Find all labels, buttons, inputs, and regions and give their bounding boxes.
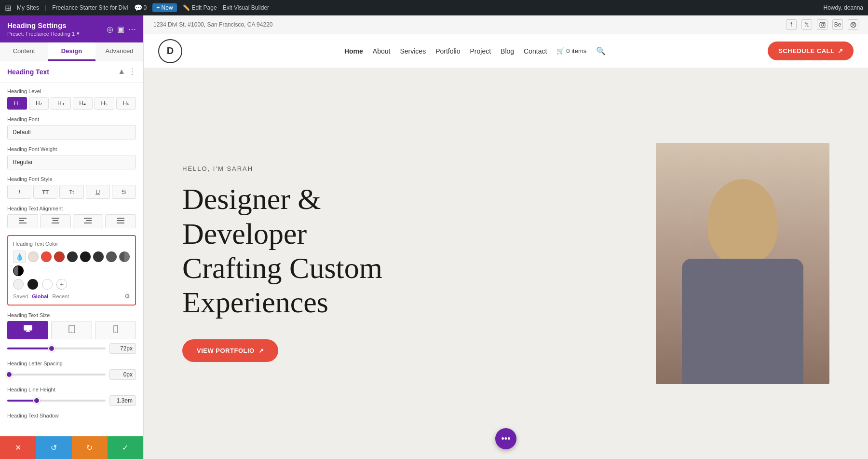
font-style-underline[interactable]: U xyxy=(86,185,110,199)
nav-portfolio[interactable]: Portfolio xyxy=(435,47,460,55)
svg-point-22 xyxy=(823,23,824,23)
heading-level-h4[interactable]: H₄ xyxy=(73,97,93,110)
align-right-icon xyxy=(84,218,92,223)
save-button[interactable]: ✓ xyxy=(108,436,143,459)
color-swatch-bottom-1[interactable] xyxy=(27,279,38,290)
svg-rect-11 xyxy=(117,223,124,223)
heading-level-h3[interactable]: H₃ xyxy=(51,97,70,110)
nav-home[interactable]: Home xyxy=(344,47,363,55)
panel-header: Heading Settings Preset: Freelance Headi… xyxy=(0,15,143,42)
reset-button[interactable]: ↺ xyxy=(36,436,71,459)
instagram-icon[interactable] xyxy=(817,19,827,30)
color-swatch-4[interactable] xyxy=(80,251,91,262)
heading-level-field: Heading Level H₁ H₂ H₃ H₄ H₅ H₆ xyxy=(7,88,136,110)
line-height-slider-row: 1.3em xyxy=(7,395,136,406)
font-style-capitalize[interactable]: Tt xyxy=(59,185,83,199)
line-height-value[interactable]: 1.3em xyxy=(109,395,136,406)
letter-spacing-slider-row: 0px xyxy=(7,369,136,380)
align-justify-btn[interactable] xyxy=(105,214,136,228)
nav-search-icon[interactable]: 🔍 xyxy=(596,46,606,56)
section-more-icon[interactable]: ⋮ xyxy=(128,67,136,76)
font-style-uppercase[interactable]: TT xyxy=(33,185,57,199)
website-preview: 1234 Divi St. #1000, San Francisco, CA 9… xyxy=(144,15,868,459)
heading-font-weight-select[interactable]: Regular xyxy=(7,155,136,169)
color-swatch-5[interactable] xyxy=(93,251,104,262)
heading-font-select[interactable]: Default xyxy=(7,125,136,139)
nav-cart[interactable]: 🛒 0 items xyxy=(556,47,586,55)
facebook-icon[interactable]: f xyxy=(786,19,797,30)
panel-preset[interactable]: Preset: Freelance Heading 1 ▾ xyxy=(7,30,80,37)
floating-action-button[interactable]: ••• xyxy=(495,428,516,449)
letter-spacing-slider-track[interactable] xyxy=(7,374,106,376)
cancel-button[interactable]: ✕ xyxy=(0,436,36,459)
hero-subtitle: HELLO, I'M SARAH xyxy=(182,165,433,172)
heading-level-h5[interactable]: H₅ xyxy=(95,97,114,110)
tab-advanced[interactable]: Advanced xyxy=(95,42,143,61)
my-sites-menu[interactable]: My Sites xyxy=(17,4,39,11)
color-swatch-bottom-0[interactable] xyxy=(13,279,24,290)
size-desktop-btn[interactable] xyxy=(7,321,48,339)
font-style-strikethrough[interactable]: S xyxy=(112,185,136,199)
heading-level-h1[interactable]: H₁ xyxy=(7,97,27,110)
tab-design[interactable]: Design xyxy=(48,42,95,61)
hero-title: Designer & Developer Crafting Custom Exp… xyxy=(182,182,433,320)
color-swatch-bottom-2[interactable] xyxy=(42,279,53,290)
panel-fullscreen-icon[interactable]: ◎ xyxy=(107,25,113,34)
new-menu[interactable]: + New xyxy=(152,3,176,12)
panel-more-icon[interactable]: ⋯ xyxy=(128,25,136,34)
letter-spacing-value[interactable]: 0px xyxy=(109,369,136,380)
svg-rect-5 xyxy=(52,223,59,223)
color-swatch-8[interactable] xyxy=(13,265,24,276)
site-name-label: Freelance Starter Site for Divi xyxy=(52,4,128,11)
color-swatch-3[interactable] xyxy=(67,251,78,262)
edit-page-link[interactable]: ✏️ Edit Page xyxy=(183,4,217,11)
color-swatch-7[interactable] xyxy=(119,251,130,262)
nav-project[interactable]: Project xyxy=(470,47,491,55)
line-height-slider-track[interactable] xyxy=(7,400,106,402)
nav-cta-button[interactable]: SCHEDULE CALL ↗ xyxy=(768,42,854,60)
wp-logo-icon[interactable]: ⊞ xyxy=(5,3,11,13)
color-eyedropper[interactable]: 💧 xyxy=(13,250,26,263)
exit-visual-builder[interactable]: Exit Visual Builder xyxy=(223,4,270,11)
section-header: Heading Text ▲ ⋮ xyxy=(0,61,143,83)
hero-content: HELLO, I'M SARAH Designer & Developer Cr… xyxy=(144,136,472,390)
align-right-btn[interactable] xyxy=(73,214,104,228)
hero-cta-button[interactable]: VIEW PORTFOLIO ↗ xyxy=(182,339,278,362)
align-left-btn[interactable] xyxy=(7,214,38,228)
color-swatch-1[interactable] xyxy=(41,251,52,262)
nav-services[interactable]: Services xyxy=(400,47,426,55)
add-color-btn[interactable]: + xyxy=(56,279,67,290)
color-tab-saved[interactable]: Saved xyxy=(13,293,28,299)
color-swatch-6[interactable] xyxy=(106,251,117,262)
size-mobile-btn[interactable] xyxy=(95,321,136,339)
site-name[interactable]: Freelance Starter Site for Divi xyxy=(52,4,128,11)
heading-level-h2[interactable]: H₂ xyxy=(29,97,49,110)
redo-button[interactable]: ↻ xyxy=(72,436,108,459)
color-tab-recent[interactable]: Recent xyxy=(52,293,69,299)
twitter-x-icon[interactable]: 𝕏 xyxy=(801,19,812,30)
nav-contact[interactable]: Contact xyxy=(524,47,547,55)
site-address-bar: 1234 Divi St. #1000, San Francisco, CA 9… xyxy=(144,15,868,34)
font-style-italic[interactable]: I xyxy=(7,185,31,199)
color-swatch-0[interactable] xyxy=(28,251,39,262)
size-tablet-btn[interactable] xyxy=(51,321,92,339)
color-tab-global[interactable]: Global xyxy=(32,293,48,299)
dribbble-icon[interactable] xyxy=(848,19,858,30)
color-swatch-2[interactable] xyxy=(54,251,65,262)
site-nav: D Home About Services Portfolio Project … xyxy=(144,34,868,68)
behance-icon[interactable]: Be xyxy=(832,19,843,30)
text-size-value[interactable]: 72px xyxy=(109,343,136,354)
align-center-btn[interactable] xyxy=(40,214,71,228)
nav-about[interactable]: About xyxy=(373,47,391,55)
svg-rect-9 xyxy=(117,218,124,219)
site-logo[interactable]: D xyxy=(158,39,182,63)
text-size-slider-track[interactable] xyxy=(7,348,106,349)
panel-grid-icon[interactable]: ▣ xyxy=(117,25,124,34)
tab-content[interactable]: Content xyxy=(0,42,48,61)
nav-blog[interactable]: Blog xyxy=(501,47,514,55)
collapse-icon[interactable]: ▲ xyxy=(118,67,125,76)
heading-level-h6[interactable]: H₆ xyxy=(116,97,136,110)
comments-count[interactable]: 💬 0 xyxy=(134,4,147,12)
heading-level-buttons: H₁ H₂ H₃ H₄ H₅ H₆ xyxy=(7,97,136,110)
color-settings-icon[interactable]: ⚙ xyxy=(124,292,130,300)
